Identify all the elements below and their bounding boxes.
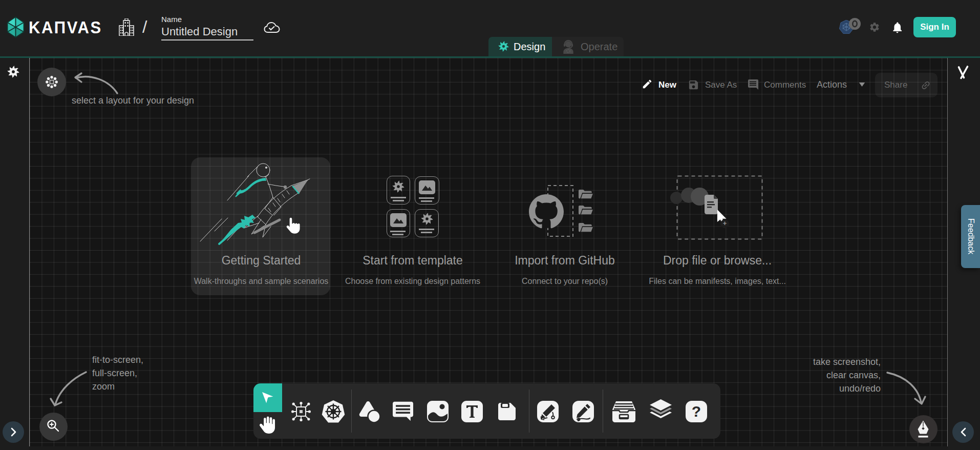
svg-text:?: ? [692, 403, 701, 420]
